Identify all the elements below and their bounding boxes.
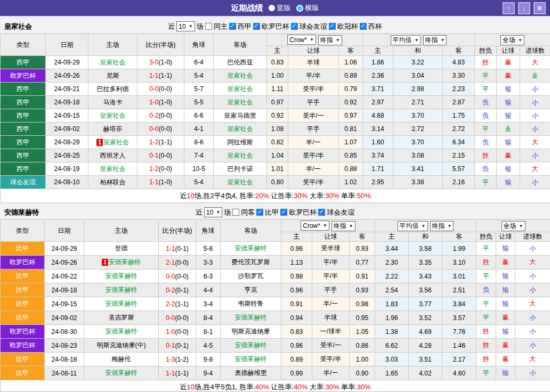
odds-stage-select[interactable]: 终指▼ (423, 35, 447, 45)
result-verdict: 赢 (496, 353, 515, 366)
league-filter-label: 球会友谊 (300, 22, 327, 31)
column-header: 客场 (214, 34, 267, 56)
league-type-badge: 比甲 (1, 270, 45, 283)
league-type-badge: 西甲 (1, 56, 46, 69)
score-cell: 2-1(0-0) (159, 256, 196, 270)
league-filter-checkbox[interactable] (291, 23, 298, 30)
handicap-home-odds: 1.13 (281, 256, 312, 270)
away-team: 皇家社会 (214, 149, 267, 162)
page-title: 近期战绩 (231, 3, 263, 13)
handicap-away-odds: 0.93 (350, 242, 375, 256)
league-filter-checkbox[interactable] (229, 23, 236, 30)
handicap-home-odds: 0.99 (281, 366, 312, 380)
average-select[interactable]: 平均值▼ (398, 221, 428, 231)
handicap-home-odds: 0.96 (281, 339, 312, 353)
handicap-home-odds: 0.83 (281, 325, 312, 339)
full-group-header: 全场▼ (475, 34, 550, 46)
match-count-select[interactable]: 10▼ (204, 207, 222, 217)
view-option-horizontal[interactable]: 横版 (296, 3, 319, 13)
league-filter-checkbox[interactable] (360, 23, 367, 30)
league-type-badge: 西甲 (1, 96, 46, 109)
score-cell: 0-0(0-0) (159, 311, 196, 325)
handicap-line: 受平/半 (288, 176, 339, 189)
league-filter-checkbox[interactable] (253, 23, 260, 30)
team-name: 安德莱赫特 (4, 208, 39, 217)
league-filter-checkbox[interactable] (280, 209, 287, 216)
column-header: 主 (363, 46, 393, 56)
league-type-badge: 欧罗巴杯 (1, 256, 45, 270)
full-match-select[interactable]: 全场▼ (500, 35, 524, 45)
column-header: 客 (350, 232, 375, 242)
league-filter-checkbox[interactable] (329, 23, 336, 30)
match-row: 比甲24-09-15安德莱赫特2-2(1-1)3-4韦斯特鲁0.91半/一0.9… (1, 297, 550, 311)
results-table: 类型日期主场比分(半场)角球客场Crow*▼终指▼平均值▼终指▼全场▼主让球客主… (0, 34, 550, 203)
summary-part: 近 (180, 383, 187, 391)
corners-cell: 5-6 (196, 242, 221, 256)
corners-cell: 3-4 (196, 297, 221, 311)
full-match-select[interactable]: 全场▼ (502, 221, 525, 231)
home-team: 明斯克迪纳摩(中) (84, 339, 159, 353)
same-side-checkbox[interactable] (205, 23, 212, 30)
summary-part: 让胜率: (269, 192, 294, 200)
result-verdict: 小 (515, 325, 550, 339)
result-verdict: 平 (475, 83, 497, 96)
league-filter-checkbox[interactable] (256, 209, 263, 216)
match-row: 比甲24-09-29登德1-1(0-1)5-6安德莱赫特0.96受半球0.933… (1, 242, 550, 256)
column-header: 进球数 (520, 46, 550, 56)
column-header: 胜负 (476, 232, 496, 242)
titlebar: 近期战绩 竖版 横版 ↑ ↓ ✕ (0, 0, 550, 17)
handicap-away-odds: 1.05 (350, 325, 375, 339)
result-verdict: 赢 (497, 56, 520, 69)
league-filter-label: 比甲 (265, 208, 279, 217)
unit-label: 场 (197, 22, 204, 31)
close-button[interactable]: ✕ (533, 2, 546, 14)
avg-win-odds: 2.54 (375, 283, 409, 297)
move-up-button[interactable]: ↑ (503, 2, 515, 14)
result-verdict: 大 (515, 353, 550, 366)
average-select[interactable]: 平均值▼ (391, 35, 421, 45)
same-side-label: 同主 (214, 22, 228, 31)
league-type-badge: 比甲 (1, 353, 45, 366)
away-team: 韦斯特鲁 (221, 297, 281, 311)
chevron-down-icon: ▼ (189, 24, 193, 29)
odds-stage-select[interactable]: 终指▼ (331, 221, 355, 231)
result-verdict: 赢 (496, 339, 515, 353)
handicap-line: 平手 (288, 96, 339, 109)
avg-lose-odds: 1.99 (442, 242, 476, 256)
match-date: 24-09-21 (46, 83, 88, 96)
league-filter-checkbox[interactable] (318, 209, 325, 216)
result-verdict: 平 (476, 270, 496, 283)
match-count-select[interactable]: 10▼ (176, 21, 195, 31)
avg-draw-odds: 3.51 (409, 353, 442, 366)
handicap-line: 平/半 (288, 69, 339, 83)
home-team: 安德莱赫特 (84, 366, 159, 380)
same-side-checkbox[interactable] (232, 209, 239, 216)
avg-win-odds: 3.71 (363, 83, 393, 96)
bookmaker-select[interactable]: Crow*▼ (287, 35, 316, 45)
move-down-button[interactable]: ↓ (518, 2, 530, 14)
result-verdict: 输 (496, 325, 515, 339)
score-cell: 0-0(0-0) (138, 83, 184, 96)
select-value: Crow* (289, 36, 307, 44)
column-header: 比分(半场) (159, 220, 196, 242)
bookmaker-select[interactable]: Crow*▼ (301, 220, 329, 231)
match-date: 24-09-15 (46, 109, 88, 123)
home-team: 安德莱赫特 (84, 297, 159, 311)
away-team: 明斯克迪纳摩 (221, 325, 281, 339)
view-option-vertical[interactable]: 竖版 (269, 3, 291, 13)
match-date: 24-08-23 (45, 339, 84, 353)
odds-stage-select[interactable]: 终指▼ (430, 221, 454, 231)
select-value: 平均值 (393, 36, 412, 45)
chevron-down-icon: ▼ (216, 210, 220, 215)
column-header: 客 (443, 46, 475, 56)
match-row: 西甲24-08-19皇家社会1-2(0-0)10-5巴列卡诺1.01半/一0.8… (1, 162, 550, 176)
result-verdict: 胜 (476, 339, 496, 353)
avg-draw-odds: 3.38 (393, 176, 443, 189)
summary-part: 40% (255, 383, 269, 391)
away-team: 安德莱赫特 (221, 242, 281, 256)
handicap-group-header: Crow*▼终指▼ (281, 220, 375, 232)
odds-stage-select[interactable]: 终指▼ (318, 35, 342, 45)
result-verdict: 输 (496, 366, 515, 380)
chevron-down-icon: ▼ (518, 38, 522, 43)
away-team: 安德莱赫特 (221, 339, 281, 353)
